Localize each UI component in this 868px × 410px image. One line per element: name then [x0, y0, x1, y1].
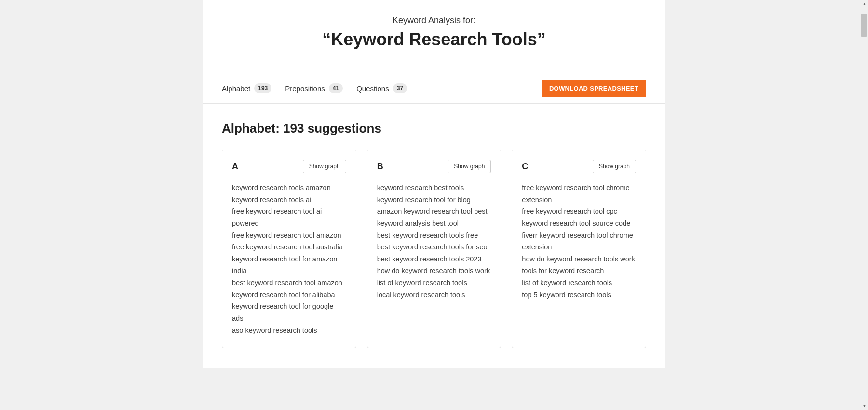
keyword-item[interactable]: keyword analysis best tool — [377, 218, 491, 230]
keyword-item[interactable]: keyword research tool source code — [522, 218, 636, 230]
keyword-list: keyword research best toolskeyword resea… — [377, 182, 491, 301]
keyword-item[interactable]: best keyword research tools 2023 — [377, 253, 491, 265]
keyword-item[interactable]: free keyword research tool ai powered — [232, 205, 346, 229]
tab-questions[interactable]: Questions 37 — [356, 83, 407, 93]
keyword-item[interactable]: keyword research tools amazon — [232, 182, 346, 194]
cards-row: A Show graph keyword research tools amaz… — [222, 150, 646, 348]
tab-alphabet[interactable]: Alphabet 193 — [222, 83, 271, 93]
tab-prepositions-count: 41 — [329, 83, 343, 93]
card-a: A Show graph keyword research tools amaz… — [222, 150, 356, 348]
keyword-item[interactable]: keyword research tool for blog — [377, 194, 491, 206]
keyword-item[interactable]: fiverr keyword research tool chrome exte… — [522, 230, 636, 253]
tab-prepositions[interactable]: Prepositions 41 — [285, 83, 343, 93]
card-b: B Show graph keyword research best tools… — [367, 150, 502, 348]
keyword-item[interactable]: keyword research tools ai — [232, 194, 346, 206]
keyword-item[interactable]: keyword research best tools — [377, 182, 491, 194]
keyword-item[interactable]: free keyword research tool chrome extens… — [522, 182, 636, 205]
keyword-item[interactable]: how do keyword research tools work — [522, 253, 636, 265]
tab-questions-count: 37 — [393, 83, 407, 93]
keyword-item[interactable]: best keyword research tool amazon — [232, 277, 346, 289]
vertical-scrollbar[interactable]: ▲ ▼ — [860, 0, 868, 368]
main-panel: Keyword Analysis for: “Keyword Research … — [203, 0, 665, 368]
section-title: Alphabet: 193 suggestions — [222, 121, 646, 136]
card-letter: B — [377, 162, 383, 172]
card-letter: C — [522, 162, 528, 172]
keyword-item[interactable]: list of keyword research tools — [522, 277, 636, 289]
tabs: Alphabet 193 Prepositions 41 Questions 3… — [222, 83, 542, 93]
keyword-item[interactable]: free keyword research tool cpc — [522, 205, 636, 218]
header-keyword: “Keyword Research Tools” — [222, 29, 646, 50]
keyword-item[interactable]: aso keyword research tools — [232, 325, 346, 337]
keyword-item[interactable]: amazon keyword research tool best — [377, 205, 491, 218]
header: Keyword Analysis for: “Keyword Research … — [203, 0, 665, 73]
keyword-item[interactable]: best keyword research tools for seo — [377, 241, 491, 253]
keyword-item[interactable]: how do keyword research tools work — [377, 265, 491, 277]
show-graph-button[interactable]: Show graph — [593, 160, 636, 173]
scroll-up-icon[interactable]: ▲ — [860, 0, 868, 8]
header-label: Keyword Analysis for: — [222, 15, 646, 26]
keyword-item[interactable]: free keyword research tool australia — [232, 241, 346, 253]
card-letter: A — [232, 162, 238, 172]
show-graph-button[interactable]: Show graph — [303, 160, 346, 173]
keyword-item[interactable]: tools for keyword research — [522, 265, 636, 277]
keyword-list: free keyword research tool chrome extens… — [522, 182, 636, 301]
download-spreadsheet-button[interactable]: DOWNLOAD SPREADSHEET — [542, 80, 646, 97]
tabs-bar: Alphabet 193 Prepositions 41 Questions 3… — [203, 73, 665, 104]
keyword-item[interactable]: keyword research tool for google ads — [232, 301, 346, 324]
tab-alphabet-count: 193 — [254, 83, 271, 93]
keyword-item[interactable]: keyword research tool for amazon india — [232, 253, 346, 277]
keyword-item[interactable]: free keyword research tool amazon — [232, 230, 346, 242]
alphabet-section: Alphabet: 193 suggestions A Show graph k… — [203, 104, 665, 368]
card-c: C Show graph free keyword research tool … — [512, 150, 646, 348]
show-graph-button[interactable]: Show graph — [448, 160, 491, 173]
keyword-item[interactable]: local keyword research tools — [377, 289, 491, 301]
keyword-item[interactable]: keyword research tool for alibaba — [232, 289, 346, 301]
keyword-item[interactable]: list of keyword research tools — [377, 277, 491, 289]
scroll-thumb[interactable] — [861, 14, 867, 37]
keyword-list: keyword research tools amazonkeyword res… — [232, 182, 346, 336]
keyword-item[interactable]: best keyword research tools free — [377, 230, 491, 242]
keyword-item[interactable]: top 5 keyword research tools — [522, 289, 636, 301]
